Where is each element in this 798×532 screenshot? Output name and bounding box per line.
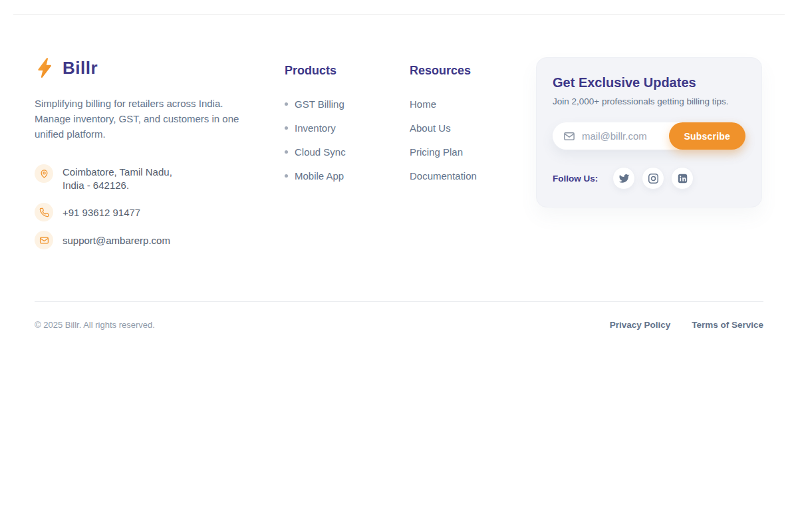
twitter-icon [618, 173, 630, 184]
newsletter-subtitle: Join 2,000+ professionals getting billin… [553, 96, 745, 106]
products-link-label[interactable]: Inventory [295, 120, 336, 136]
products-link-cloud-sync[interactable]: Cloud Sync [285, 144, 410, 160]
resources-link-label[interactable]: About Us [410, 120, 451, 136]
subscribe-form: Subscribe [553, 122, 745, 150]
footer-main: Billr Simplifying billing for retailers … [35, 57, 763, 260]
location-pin-icon [35, 164, 53, 183]
instagram-button[interactable] [642, 167, 664, 190]
bullet-dot-icon [285, 102, 288, 106]
subscribe-button[interactable]: Subscribe [669, 122, 746, 150]
resources-link-label[interactable]: Pricing Plan [410, 144, 463, 160]
copyright-text: © 2025 Billr. All rights reserved. [35, 320, 155, 330]
contact-phone-text: +91 93612 91477 [63, 206, 140, 219]
resources-link-home[interactable]: Home [410, 96, 536, 112]
products-column: Products GST Billing Inventory Cloud Syn… [285, 57, 410, 192]
products-link-label[interactable]: GST Billing [295, 96, 344, 112]
products-link-inventory[interactable]: Inventory [285, 120, 410, 136]
products-link-gst-billing[interactable]: GST Billing [285, 96, 410, 112]
bottom-bar: © 2025 Billr. All rights reserved. Priva… [35, 302, 763, 343]
contact-location-text: Coimbatore, Tamil Nadu, India - 642126. [63, 166, 172, 192]
products-link-label[interactable]: Cloud Sync [295, 144, 346, 160]
follow-us-label: Follow Us: [553, 174, 598, 184]
mail-icon [563, 130, 575, 142]
terms-of-service-link[interactable]: Terms of Service [692, 320, 763, 330]
contact-location: Coimbatore, Tamil Nadu, India - 642126. [35, 166, 285, 192]
contact-list: Coimbatore, Tamil Nadu, India - 642126. … [35, 166, 285, 249]
contact-email-text: support@ambarerp.com [63, 234, 170, 247]
resources-heading: Resources [410, 64, 536, 78]
products-link-mobile-app[interactable]: Mobile App [285, 168, 410, 184]
resources-link-documentation[interactable]: Documentation [410, 168, 536, 184]
resources-link-about-us[interactable]: About Us [410, 120, 536, 136]
resources-link-label[interactable]: Home [410, 96, 436, 112]
linkedin-icon [677, 173, 688, 184]
resources-column: Resources Home About Us Pricing Plan Doc… [410, 57, 536, 192]
twitter-button[interactable] [612, 167, 635, 190]
bullet-dot-icon [285, 174, 288, 178]
bullet-dot-icon [285, 126, 288, 130]
contact-email: support@ambarerp.com [35, 232, 285, 249]
lightning-bolt-icon [35, 57, 56, 78]
products-link-label[interactable]: Mobile App [295, 168, 344, 184]
brand-logo: Billr [35, 57, 285, 78]
linkedin-button[interactable] [671, 167, 694, 190]
follow-row: Follow Us: [553, 167, 745, 190]
products-heading: Products [285, 64, 410, 78]
bullet-dot-icon [285, 150, 288, 154]
resources-link-pricing-plan[interactable]: Pricing Plan [410, 144, 536, 160]
newsletter-card: Get Exclusive Updates Join 2,000+ profes… [536, 57, 762, 207]
privacy-policy-link[interactable]: Privacy Policy [610, 320, 671, 330]
products-links: GST Billing Inventory Cloud Sync Mobile … [285, 96, 410, 184]
phone-icon [35, 203, 53, 221]
newsletter-title: Get Exclusive Updates [553, 75, 745, 90]
contact-phone: +91 93612 91477 [35, 204, 285, 221]
brand-name: Billr [63, 58, 98, 78]
envelope-icon [35, 231, 53, 249]
brand-column: Billr Simplifying billing for retailers … [35, 57, 285, 260]
legal-links: Privacy Policy Terms of Service [610, 320, 763, 330]
footer: Billr Simplifying billing for retailers … [0, 15, 798, 343]
resources-link-label[interactable]: Documentation [410, 168, 477, 184]
instagram-icon [648, 173, 659, 184]
resources-links: Home About Us Pricing Plan Documentation [410, 96, 536, 184]
brand-description: Simplifying billing for retailers across… [35, 96, 254, 142]
